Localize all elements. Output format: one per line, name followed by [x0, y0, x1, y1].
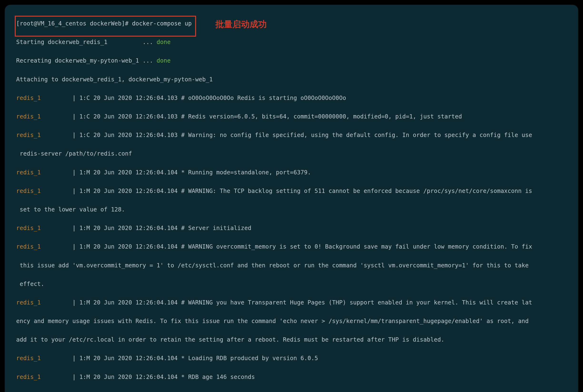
attach-line: Attaching to dockerweb_redis_1, dockerwe… [16, 76, 213, 83]
log-text-cont: redis-server /path/to/redis.conf [16, 150, 132, 157]
log-text: 1:C 20 Jun 2020 12:26:04.103 # oO0OoO0Oo… [80, 94, 346, 101]
log-text: 1:M 20 Jun 2020 12:26:04.104 * RDB age 1… [80, 374, 255, 380]
log-text: 1:C 20 Jun 2020 12:26:04.103 # Warning: … [80, 132, 532, 138]
redis-tag: redis_1 [16, 113, 72, 120]
redis-tag: redis_1 [16, 169, 72, 176]
pipe: | [72, 188, 80, 194]
pipe: | [72, 243, 80, 250]
shell-command: docker-compose up [132, 20, 192, 27]
pipe: | [72, 224, 80, 232]
startup-line: Recreating dockerweb_my-pyton-web_1 ... [16, 57, 157, 64]
pipe: | [72, 113, 80, 120]
redis-tag: redis_1 [16, 224, 72, 232]
terminal-window[interactable]: 批量启动成功 [root@VM_16_4_centos dockerWeb]# … [5, 5, 578, 392]
redis-tag: redis_1 [16, 94, 72, 101]
redis-tag: redis_1 [16, 188, 72, 194]
startup-line: Starting dockerweb_redis_1 ... [16, 38, 157, 46]
pipe: | [72, 355, 80, 362]
log-text: 1:M 20 Jun 2020 12:26:04.104 # WARNING o… [80, 243, 532, 250]
log-text-cont: ency and memory usage issues with Redis.… [16, 318, 532, 324]
log-text: 1:M 20 Jun 2020 12:26:04.104 * Running m… [80, 169, 311, 176]
redis-tag: redis_1 [16, 374, 72, 380]
pipe: | [72, 374, 80, 380]
pipe: | [72, 132, 80, 138]
log-text-cont: effect. [16, 280, 44, 287]
log-text-cont: set to the lower value of 128. [16, 206, 125, 213]
redis-tag: redis_1 [16, 299, 72, 306]
status-done: done [157, 38, 171, 46]
redis-tag: redis_1 [16, 355, 72, 362]
log-text: 1:C 20 Jun 2020 12:26:04.103 # Redis ver… [80, 113, 462, 120]
redis-tag: redis_1 [16, 132, 72, 138]
status-done: done [157, 57, 171, 64]
shell-prompt: [root@VM_16_4_centos dockerWeb]# [16, 20, 132, 27]
log-text: 1:M 20 Jun 2020 12:26:04.104 # WARNING: … [80, 188, 532, 194]
log-text-cont: this issue add 'vm.overcommit_memory = 1… [16, 262, 529, 269]
log-text: 1:M 20 Jun 2020 12:26:04.104 # WARNING y… [80, 299, 532, 306]
pipe: | [72, 94, 80, 101]
log-text: 1:M 20 Jun 2020 12:26:04.104 * Loading R… [80, 355, 318, 362]
log-text-cont: add it to your /etc/rc.local in order to… [16, 336, 444, 343]
pipe: | [72, 299, 80, 306]
pipe: | [72, 169, 80, 176]
terminal-output[interactable]: [root@VM_16_4_centos dockerWeb]# docker-… [5, 5, 578, 392]
redis-tag: redis_1 [16, 243, 72, 250]
log-text: 1:M 20 Jun 2020 12:26:04.104 # Server in… [80, 224, 252, 232]
